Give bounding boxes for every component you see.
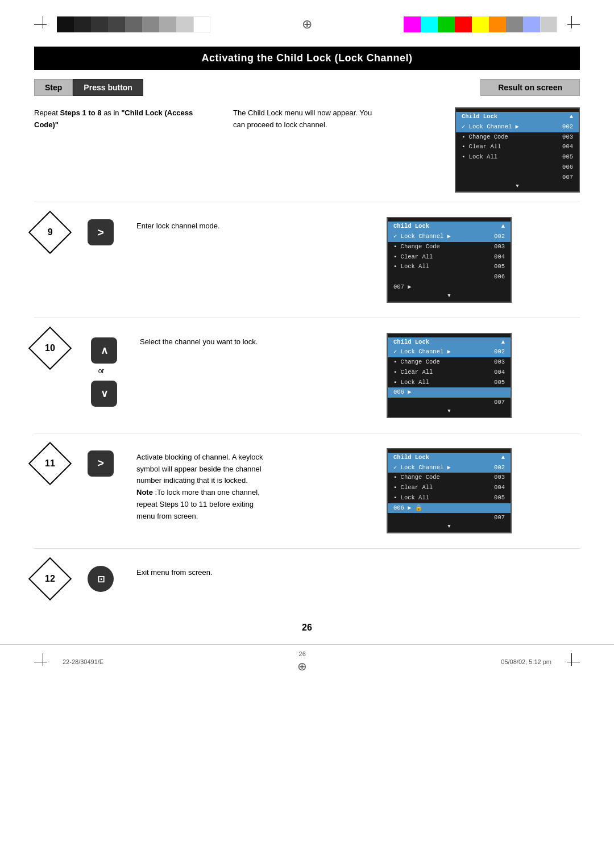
step-10-text: Select the channel you want to lock. (128, 333, 307, 348)
step-11-left: 11 > Activate blocking of channel. A key… (34, 448, 307, 523)
footer: 22-28/30491/E 26 ⊕ 05/08/02, 5:12 pm (0, 644, 614, 690)
step-10-screen: Child Lock▲ ✓ Lock Channel ▶002 ▪ Change… (307, 333, 580, 418)
step-12-left: 12 ⊡ Exit menu from screen. (34, 564, 307, 594)
page-number: 26 (0, 623, 614, 633)
step-10-down-button[interactable]: ∨ (91, 381, 117, 407)
step-label: Step (34, 79, 73, 96)
content-area: Repeat Steps 1 to 8 as in "Child Lock (A… (34, 96, 580, 606)
footer-right: 05/08/02, 5:12 pm (501, 653, 580, 670)
crosshair-top: ⊕ (210, 17, 404, 32)
step-9-text: Enter lock channel mode. (125, 217, 307, 232)
divider-2 (34, 318, 580, 318)
diamond-10: 10 (28, 326, 72, 369)
step-11-text: Activate blocking of channel. A keylock … (125, 448, 273, 523)
step-10-buttons: ∧ or ∨ (85, 335, 117, 407)
step-12-button[interactable]: ⊡ (88, 566, 114, 592)
step-9-number: 9 (34, 217, 68, 248)
divider-3 (34, 433, 580, 433)
diamond-12: 12 (28, 557, 72, 600)
step-11-button[interactable]: > (88, 450, 114, 477)
step-10-number: 10 (34, 333, 68, 364)
step-10-row: 10 ∧ or ∨ Select the channel you want to… (34, 322, 580, 429)
step-11-screen: Child Lock▲ ✓ Lock Channel ▶002 ▪ Change… (307, 448, 580, 533)
press-button-label: Press button (73, 79, 143, 96)
diamond-11: 11 (28, 442, 72, 485)
top-decorations: ⊕ (0, 0, 614, 33)
step-9-screen: Child Lock▲ ✓ Lock Channel ▶002 ▪ Change… (307, 217, 580, 302)
divider-1 (34, 202, 580, 202)
trim-mark-top-left (34, 16, 51, 33)
result-label: Result on screen (480, 79, 580, 96)
step-11-row: 11 > Activate blocking of channel. A key… (34, 437, 580, 545)
step-12-number: 12 (34, 564, 68, 594)
divider-4 (34, 548, 580, 549)
intro-text: Repeat Steps 1 to 8 as in "Child Lock (A… (34, 107, 205, 131)
page-title: Activating the Child Lock (Lock Channel) (34, 47, 580, 70)
or-text: or (98, 367, 105, 375)
diamond-9: 9 (28, 211, 72, 254)
crosshair-bottom: ⊕ (297, 660, 307, 673)
step-12-row: 12 ⊡ Exit menu from screen. (34, 552, 580, 606)
step-12-text: Exit menu from screen. (125, 564, 307, 579)
tv-header: Child Lock▲ (456, 112, 579, 122)
footer-left: 22-28/30491/E (34, 653, 103, 670)
color-strip-left (57, 16, 210, 32)
intro-screen: Child Lock▲ ✓ Lock Channel ▶002 ▪ Change… (455, 107, 580, 193)
footer-center: 26 ⊕ (297, 650, 307, 673)
intro-description: The Child Lock menu will now appear. You… (233, 107, 381, 131)
color-strip-right (404, 16, 557, 32)
trim-mark-top-right (563, 16, 580, 33)
step-9-button[interactable]: > (88, 219, 114, 245)
step-11-number: 11 (34, 448, 68, 479)
trim-mark-bottom-left (34, 653, 51, 670)
intro-row: Repeat Steps 1 to 8 as in "Child Lock (A… (34, 96, 580, 198)
step-10-left: 10 ∧ or ∨ Select the channel you want to… (34, 333, 307, 407)
tv-screen-intro: Child Lock▲ ✓ Lock Channel ▶002 ▪ Change… (455, 107, 580, 193)
page: ⊕ Activating the Child Lock (Lock Channe… (0, 0, 614, 868)
step-10-up-button[interactable]: ∧ (91, 337, 117, 364)
step-header-row: Step Press button Result on screen (34, 79, 580, 96)
title-text: Activating the Child Lock (Lock Channel) (201, 52, 412, 64)
step-9-row: 9 > Enter lock channel mode. Child Lock▲… (34, 206, 580, 314)
trim-mark-bottom-right (563, 653, 580, 670)
step-9-left: 9 > Enter lock channel mode. (34, 217, 307, 248)
